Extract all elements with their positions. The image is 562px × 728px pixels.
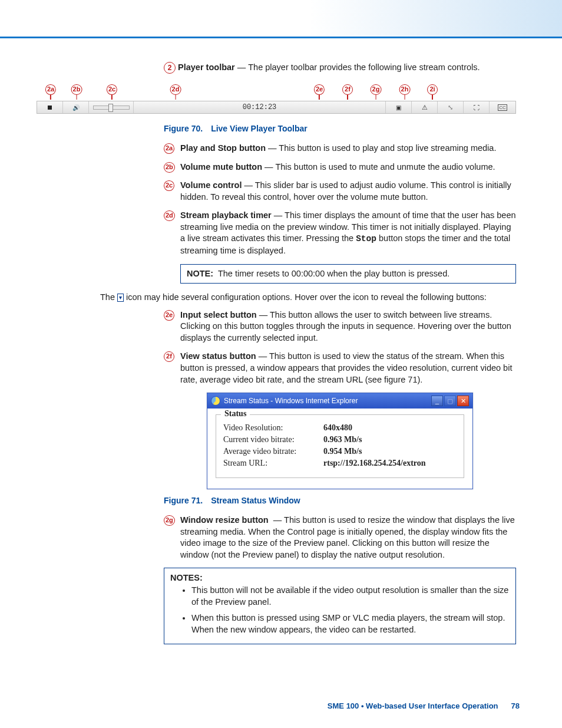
- resize-icon: [448, 104, 453, 111]
- item-2a: 2a Play and Stop button — This button is…: [164, 143, 516, 154]
- item-2f: 2f View status button — This button is u…: [164, 351, 516, 386]
- note-bullet: When this button is pressed using SMP or…: [191, 612, 510, 635]
- notes-resize: NOTES: This button will not be available…: [164, 568, 516, 644]
- maximize-button: ▢: [444, 396, 456, 406]
- minimize-button[interactable]: _: [431, 396, 443, 406]
- play-stop-button[interactable]: [37, 101, 63, 113]
- page-footer: SME 100 • Web-based User Interface Opera…: [328, 701, 520, 710]
- fullscreen-button[interactable]: [464, 101, 490, 113]
- window-titlebar[interactable]: Stream Status - Windows Internet Explore…: [207, 393, 472, 409]
- figure-70-caption: Figure 70.Live View Player Toolbar: [164, 123, 516, 134]
- item-2e: 2e Input select button — This button all…: [164, 309, 516, 344]
- marker-2c: 2c: [107, 84, 117, 95]
- input-icon: [396, 104, 401, 111]
- cc-button[interactable]: CC: [490, 101, 515, 113]
- status-fieldset: Status Video Resolution:640x480 Current …: [216, 414, 464, 478]
- note-bullet: This button will not be available if the…: [191, 585, 510, 608]
- item-2g: 2g Window resize button — This button is…: [164, 515, 516, 561]
- close-button[interactable]: ✕: [457, 396, 469, 406]
- marker-2i: 2i: [427, 84, 438, 95]
- hover-hint: The ▾ icon may hide several configuratio…: [100, 292, 516, 304]
- window-title: Stream Status - Windows Internet Explore…: [224, 397, 358, 405]
- speaker-icon: [72, 104, 80, 111]
- figure-71-caption: Figure 71.Stream Status Window: [164, 495, 516, 506]
- stop-icon: [48, 106, 52, 110]
- marker-2f: 2f: [342, 84, 353, 95]
- slider-track: [93, 106, 130, 110]
- figure-70-toolbar: 2a 2b 2c 2d 2e 2f 2g 2h 2i 00:12:23 CC: [37, 84, 516, 117]
- stream-status-window: Stream Status - Windows Internet Explore…: [207, 393, 473, 489]
- marker-2h: 2h: [399, 84, 411, 95]
- slider-thumb[interactable]: [108, 104, 113, 112]
- item-2c: 2c Volume control — This slider bar is u…: [164, 180, 516, 203]
- row-average-bitrate: Average video bitrate:0.954 Mb/s: [223, 447, 457, 456]
- note-timer-reset: NOTE: The timer resets to 00:00:00 when …: [180, 264, 516, 284]
- row-stream-url: Stream URL:rtsp://192.168.254.254/extron: [223, 459, 457, 468]
- marker-2a: 2a: [45, 84, 56, 95]
- page-header-gradient: [0, 0, 562, 38]
- warning-icon: [422, 104, 428, 111]
- volume-mute-button[interactable]: [63, 101, 89, 113]
- volume-slider[interactable]: [89, 101, 134, 113]
- window-resize-button[interactable]: [438, 101, 464, 113]
- cc-icon: CC: [498, 104, 507, 111]
- ie-icon: [211, 396, 220, 406]
- dropdown-icon: ▾: [117, 294, 124, 302]
- marker-2e: 2e: [314, 84, 325, 95]
- row-resolution: Video Resolution:640x480: [223, 423, 457, 433]
- callout-2: 2: [164, 62, 176, 74]
- input-select-button[interactable]: [386, 101, 412, 113]
- item-2b: 2b Volume mute button — This button is u…: [164, 162, 516, 173]
- row-current-bitrate: Current video bitrate:0.963 Mb/s: [223, 435, 457, 444]
- marker-2b: 2b: [71, 84, 82, 95]
- playback-timer: 00:12:23: [134, 101, 386, 113]
- fullscreen-icon: [474, 104, 480, 111]
- marker-2d: 2d: [170, 84, 181, 95]
- marker-2g: 2g: [371, 84, 382, 95]
- status-legend: Status: [221, 409, 250, 419]
- section-intro: 2 Player toolbar—The player toolbar prov…: [164, 62, 516, 74]
- view-status-button[interactable]: [412, 101, 438, 113]
- item-2d: 2d Stream playback timer — This timer di…: [164, 210, 516, 256]
